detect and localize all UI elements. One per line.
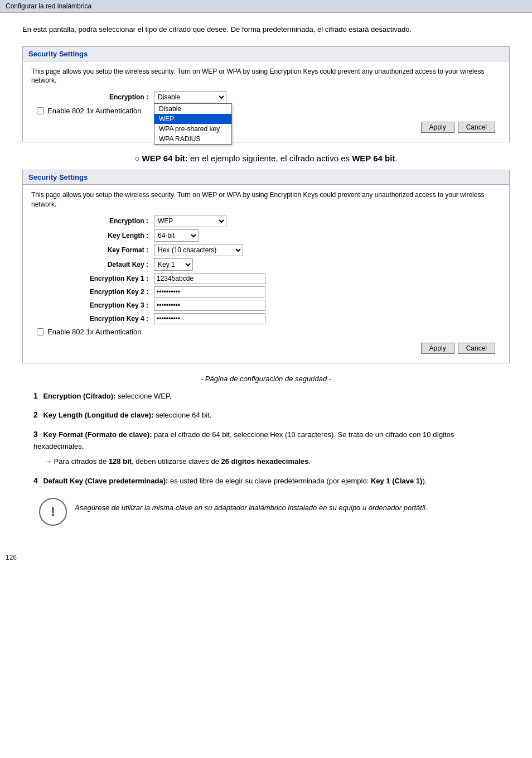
encryption-label-2: Encryption : bbox=[31, 217, 154, 225]
security-desc-2: This page allows you setup the wireless … bbox=[31, 190, 501, 209]
option-disable[interactable]: Disable bbox=[154, 104, 231, 114]
encryption-dropdown-container[interactable]: Disable Disable WEP WPA pre-shared key W… bbox=[154, 91, 226, 103]
encryption-value-1: Disable Disable WEP WPA pre-shared key W… bbox=[154, 91, 501, 103]
key-format-select[interactable]: Hex (10 characters) bbox=[154, 244, 243, 256]
encryption-row-1: Encryption : Disable Disable WEP WPA pre… bbox=[31, 91, 501, 103]
key-length-label: Key Length : bbox=[31, 232, 154, 239]
wep-strong2: WEP 64 bit bbox=[352, 153, 395, 163]
option-wpa-psk[interactable]: WPA pre-shared key bbox=[154, 124, 231, 134]
step-1-text: seleccione WEP. bbox=[118, 392, 172, 400]
wep-strong: WEP 64 bit: bbox=[142, 153, 188, 163]
enc-key1-input[interactable] bbox=[154, 273, 265, 284]
key-format-row: Key Format : Hex (10 characters) bbox=[31, 244, 501, 256]
header-title: Configurar la red inalámbrica bbox=[6, 2, 91, 10]
security-settings-box-2: Security Settings This page allows you s… bbox=[22, 170, 510, 363]
step-number-3: 3 bbox=[33, 430, 38, 439]
step-3-arrow-bold: 128 bit bbox=[109, 457, 132, 466]
encryption-row-2: Encryption : WEP bbox=[31, 215, 501, 227]
note-box: ! Asegúrese de utilizar la misma clave e… bbox=[39, 498, 493, 526]
enable-auth-row-2: Enable 802.1x Authentication bbox=[31, 328, 501, 336]
enc-key2-input[interactable] bbox=[154, 286, 265, 298]
step-number-4: 4 bbox=[33, 476, 38, 485]
security-settings-box-1: Security Settings This page allows you s… bbox=[22, 46, 510, 143]
button-row-2: Apply Cancel bbox=[31, 339, 501, 357]
encryption-label-1: Encryption : bbox=[31, 93, 154, 101]
note-text: Asegúrese de utilizar la misma clave en … bbox=[75, 498, 427, 514]
step-4-bold2: Key 1 (Clave 1) bbox=[371, 477, 423, 485]
enc-key1-row: Encryption Key 1 : bbox=[31, 273, 501, 284]
enc-key2-label: Encryption Key 2 : bbox=[31, 288, 154, 296]
cancel-button-1[interactable]: Cancel bbox=[458, 122, 495, 133]
option-wpa-radius[interactable]: WPA RADIUS bbox=[154, 134, 231, 144]
step-3-arrow: → Para cifrados de 128 bit, deben utiliz… bbox=[45, 456, 499, 468]
wep-prefix: ○ bbox=[134, 153, 142, 163]
step-2-text: seleccione 64 bit. bbox=[156, 411, 211, 419]
step-4-bold: Default Key (Clave predeterminada): bbox=[43, 477, 168, 485]
key-format-label: Key Format : bbox=[31, 246, 154, 254]
button-row-1: Apply Cancel bbox=[31, 118, 501, 136]
enc-key1-label: Encryption Key 1 : bbox=[31, 275, 154, 282]
intro-text: En esta pantalla, podrá seleccionar el t… bbox=[22, 24, 510, 35]
encryption-select-1[interactable]: Disable bbox=[154, 91, 226, 103]
enable-auth-label-2: Enable 802.1x Authentication bbox=[47, 328, 141, 336]
step-4-end: ). bbox=[422, 477, 427, 485]
key-length-row: Key Length : 64-bit bbox=[31, 229, 501, 242]
step-3-arrow-bold2: 26 dígitos hexadecimales bbox=[221, 457, 309, 466]
step-3-arrow-text: → Para cifrados de bbox=[45, 457, 109, 466]
security-desc-1: This page allows you setup the wireless … bbox=[31, 67, 501, 86]
enc-key3-input[interactable] bbox=[154, 300, 265, 311]
enc-key4-input[interactable] bbox=[154, 313, 265, 324]
step-number-1: 1 bbox=[33, 391, 38, 400]
enc-key3-label: Encryption Key 3 : bbox=[31, 301, 154, 309]
page-caption: - Página de configuración de seguridad - bbox=[22, 375, 510, 383]
step-2-bold: Key Length (Longitud de clave): bbox=[43, 411, 153, 419]
note-icon: ! bbox=[39, 498, 67, 526]
apply-button-2[interactable]: Apply bbox=[421, 343, 454, 354]
enable-auth-row-1: Enable 802.1x Authentication bbox=[31, 107, 501, 115]
security-settings-header-2: Security Settings bbox=[23, 170, 509, 185]
step-2: 2 Key Length (Longitud de clave): selecc… bbox=[33, 409, 499, 421]
cancel-button-2[interactable]: Cancel bbox=[458, 343, 495, 354]
step-3-bold: Key Format (Formato de clave): bbox=[43, 430, 152, 439]
page-number: 126 bbox=[0, 548, 532, 567]
enc-key3-row: Encryption Key 3 : bbox=[31, 300, 501, 311]
step-3-arrow-cont: , deben utilizarse claves de bbox=[132, 457, 221, 466]
page-header: Configurar la red inalámbrica bbox=[0, 0, 532, 13]
enable-auth-checkbox-1[interactable] bbox=[37, 107, 44, 114]
option-wep[interactable]: WEP bbox=[154, 114, 231, 124]
enc-key4-label: Encryption Key 4 : bbox=[31, 315, 154, 323]
wep-suffix: en el ejemplo siguiente, el cifrado acti… bbox=[188, 153, 352, 163]
default-key-select[interactable]: Key 1 bbox=[154, 258, 193, 271]
apply-button-1[interactable]: Apply bbox=[421, 122, 454, 133]
encryption-select-2[interactable]: WEP bbox=[154, 215, 226, 227]
wep-heading: ○ WEP 64 bit: en el ejemplo siguiente, e… bbox=[22, 153, 510, 163]
enc-key4-row: Encryption Key 4 : bbox=[31, 313, 501, 324]
wep-period: . bbox=[395, 153, 397, 163]
step-1: 1 Encryption (Cifrado): seleccione WEP. bbox=[33, 390, 499, 402]
step-1-bold: Encryption (Cifrado): bbox=[43, 392, 115, 400]
key-length-select[interactable]: 64-bit bbox=[154, 229, 199, 242]
step-3-arrow-end: . bbox=[308, 457, 311, 466]
step-3: 3 Key Format (Formato de clave): para el… bbox=[33, 428, 499, 467]
step-4-text: es usted libre de elegir su clave predet… bbox=[170, 477, 371, 485]
enable-auth-checkbox-2[interactable] bbox=[37, 328, 44, 335]
step-4: 4 Default Key (Clave predeterminada): es… bbox=[33, 474, 499, 487]
default-key-row: Default Key : Key 1 bbox=[31, 258, 501, 271]
steps-section: 1 Encryption (Cifrado): seleccione WEP. … bbox=[22, 390, 510, 487]
security-settings-header-1: Security Settings bbox=[23, 47, 509, 61]
enc-key2-row: Encryption Key 2 : bbox=[31, 286, 501, 298]
enable-auth-label-1: Enable 802.1x Authentication bbox=[47, 107, 141, 115]
encryption-dropdown-popup[interactable]: Disable WEP WPA pre-shared key WPA RADIU… bbox=[154, 103, 232, 145]
step-number-2: 2 bbox=[33, 410, 38, 419]
default-key-label: Default Key : bbox=[31, 261, 154, 268]
